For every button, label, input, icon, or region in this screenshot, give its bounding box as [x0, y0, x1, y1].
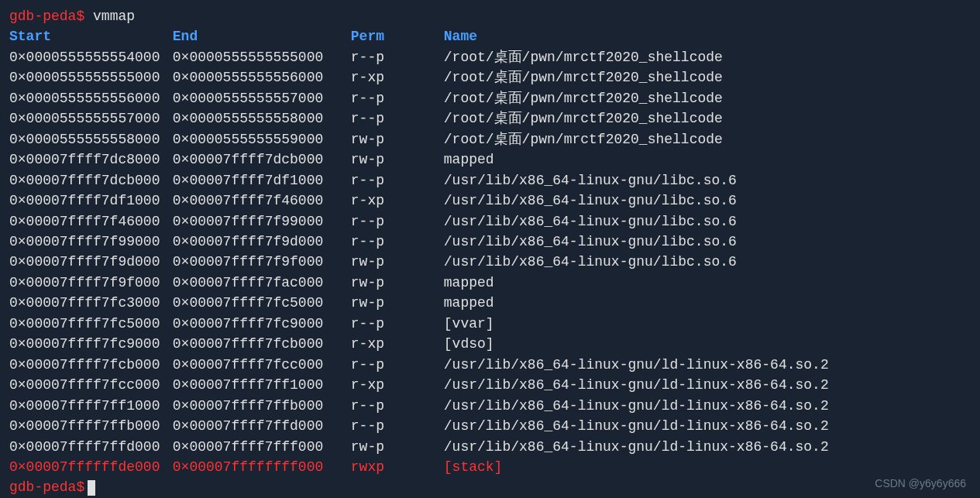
row-start: 0×00007ffff7ff1000: [9, 396, 164, 416]
vmmap-row: 0×00007ffff7fc3000 0×00007ffff7fc5000rw-…: [9, 293, 971, 313]
header-name: Name: [444, 26, 477, 46]
row-perm: r-xp: [351, 67, 444, 88]
vmmap-row: 0×00007ffff7f9d000 0×00007ffff7f9f000rw-…: [9, 252, 971, 272]
row-start: 0×00007ffff7f99000: [9, 232, 164, 252]
row-end: 0×0000555555559000: [173, 129, 351, 149]
row-perm: rw-p: [351, 437, 444, 457]
row-perm: r--p: [351, 47, 444, 67]
row-end: 0×00007ffff7df1000: [173, 170, 351, 191]
row-name: /usr/lib/x86_64-linux-gnu/libc.so.6: [444, 211, 737, 232]
row-end: 0×00007ffff7f9f000: [173, 252, 351, 272]
vmmap-row: 0×00007ffff7dc8000 0×00007ffff7dcb000rw-…: [9, 149, 971, 170]
row-perm: r-xp: [351, 191, 444, 211]
row-name: /usr/lib/x86_64-linux-gnu/libc.so.6: [444, 191, 737, 211]
row-end: 0×0000555555556000: [173, 67, 351, 88]
vmmap-row: 0×00007ffff7fcb000 0×00007ffff7fcc000r--…: [9, 355, 971, 375]
vmmap-row: 0×0000555555556000 0×0000555555557000r--…: [9, 88, 971, 108]
row-name: /usr/lib/x86_64-linux-gnu/libc.so.6: [444, 232, 737, 252]
row-start: 0×00007ffff7fc5000: [9, 314, 164, 334]
row-end: 0×00007ffff7dcb000: [173, 149, 351, 170]
row-end: 0×0000555555557000: [173, 88, 351, 108]
row-start: 0×0000555555558000: [9, 129, 164, 149]
row-name: mapped: [444, 293, 494, 313]
prompt-line-2: gdb-peda$: [9, 477, 971, 497]
row-start: 0×00007ffff7ffb000: [9, 416, 164, 436]
prompt-line-1: gdb-peda$ vmmap: [9, 6, 971, 26]
vmmap-row: 0×00007ffff7f9f000 0×00007ffff7fac000rw-…: [9, 273, 971, 293]
row-perm: r--p: [351, 416, 444, 436]
row-start: 0×0000555555554000: [9, 47, 164, 67]
cursor[interactable]: [88, 480, 95, 496]
row-end: 0×00007ffff7ffb000: [173, 396, 351, 416]
row-end: 0×0000555555555000: [173, 47, 351, 67]
row-end: 0×00007ffff7f46000: [173, 191, 351, 211]
row-end: 0×00007ffffffff000: [173, 457, 351, 477]
row-perm: r--p: [351, 211, 444, 232]
row-start: 0×00007ffffffde000: [9, 457, 164, 477]
row-end: 0×00007ffff7ff1000: [173, 375, 351, 395]
prompt-prefix: gdb-peda: [9, 9, 76, 24]
row-start: 0×00007ffff7dcb000: [9, 170, 164, 191]
vmmap-row: 0×00007ffff7ffb000 0×00007ffff7ffd000r--…: [9, 416, 971, 436]
row-end: 0×00007ffff7fcb000: [173, 334, 351, 354]
header-start: Start: [9, 26, 164, 46]
header-perm: Perm: [351, 26, 444, 46]
vmmap-row: 0×0000555555558000 0×0000555555559000rw-…: [9, 129, 971, 149]
row-name: /usr/lib/x86_64-linux-gnu/ld-linux-x86-6…: [444, 375, 829, 395]
row-end: 0×00007ffff7f99000: [173, 211, 351, 232]
row-end: 0×00007ffff7fff000: [173, 437, 351, 457]
vmmap-row: 0×00007ffff7f46000 0×00007ffff7f99000r--…: [9, 211, 971, 232]
command-text[interactable]: vmmap: [93, 9, 135, 24]
row-start: 0×00007ffff7dc8000: [9, 149, 164, 170]
vmmap-row: 0×0000555555554000 0×0000555555555000r--…: [9, 47, 971, 67]
vmmap-row: 0×0000555555557000 0×0000555555558000r--…: [9, 108, 971, 129]
row-name: [vdso]: [444, 334, 494, 354]
row-end: 0×00007ffff7fc9000: [173, 314, 351, 334]
vmmap-row: 0×00007ffff7ff1000 0×00007ffff7ffb000r--…: [9, 396, 971, 416]
vmmap-row: 0×00007ffff7f99000 0×00007ffff7f9d000r--…: [9, 232, 971, 252]
vmmap-row: 0×0000555555555000 0×0000555555556000r-x…: [9, 67, 971, 88]
row-name: [stack]: [444, 457, 503, 477]
row-name: /root/桌面/pwn/mrctf2020_shellcode: [444, 67, 723, 88]
row-perm: r--p: [351, 232, 444, 252]
row-start: 0×00007ffff7fcc000: [9, 375, 164, 395]
row-end: 0×00007ffff7ffd000: [173, 416, 351, 436]
row-end: 0×00007ffff7fac000: [173, 273, 351, 293]
row-perm: rw-p: [351, 129, 444, 149]
vmmap-row: 0×00007ffff7ffd000 0×00007ffff7fff000rw-…: [9, 437, 971, 457]
row-name: /usr/lib/x86_64-linux-gnu/ld-linux-x86-6…: [444, 416, 829, 436]
row-name: /usr/lib/x86_64-linux-gnu/ld-linux-x86-6…: [444, 437, 829, 457]
row-end: 0×0000555555558000: [173, 108, 351, 129]
row-perm: rw-p: [351, 149, 444, 170]
row-perm: r--p: [351, 355, 444, 375]
row-name: /usr/lib/x86_64-linux-gnu/ld-linux-x86-6…: [444, 396, 829, 416]
vmmap-row: 0×00007ffff7df1000 0×00007ffff7f46000r-x…: [9, 191, 971, 211]
row-perm: r--p: [351, 108, 444, 129]
row-start: 0×00007ffff7fc3000: [9, 293, 164, 313]
row-name: [vvar]: [444, 314, 494, 334]
row-name: /usr/lib/x86_64-linux-gnu/ld-linux-x86-6…: [444, 355, 829, 375]
row-perm: rwxp: [351, 457, 444, 477]
vmmap-row: 0×00007ffff7fcc000 0×00007ffff7ff1000r-x…: [9, 375, 971, 395]
row-perm: rw-p: [351, 273, 444, 293]
row-name: /root/桌面/pwn/mrctf2020_shellcode: [444, 47, 723, 67]
vmmap-row: 0×00007ffff7fc9000 0×00007ffff7fcb000r-x…: [9, 334, 971, 354]
row-name: /root/桌面/pwn/mrctf2020_shellcode: [444, 108, 723, 129]
row-end: 0×00007ffff7fcc000: [173, 355, 351, 375]
row-start: 0×00007ffff7fcb000: [9, 355, 164, 375]
row-start: 0×0000555555556000: [9, 88, 164, 108]
row-start: 0×00007ffff7f46000: [9, 211, 164, 232]
prompt-dollar: $: [76, 9, 84, 24]
vmmap-row: 0×00007ffff7dcb000 0×00007ffff7df1000r--…: [9, 170, 971, 191]
row-name: /root/桌面/pwn/mrctf2020_shellcode: [444, 129, 723, 149]
row-end: 0×00007ffff7fc5000: [173, 293, 351, 313]
vmmap-row: 0×00007ffff7fc5000 0×00007ffff7fc9000r--…: [9, 314, 971, 334]
row-perm: r--p: [351, 396, 444, 416]
prompt-dollar-2: $: [76, 479, 84, 495]
row-name: /root/桌面/pwn/mrctf2020_shellcode: [444, 88, 723, 108]
row-end: 0×00007ffff7f9d000: [173, 232, 351, 252]
row-perm: r-xp: [351, 375, 444, 395]
row-perm: r--p: [351, 88, 444, 108]
watermark: CSDN @y6y6y666: [875, 476, 966, 492]
header-end: End: [173, 26, 351, 46]
